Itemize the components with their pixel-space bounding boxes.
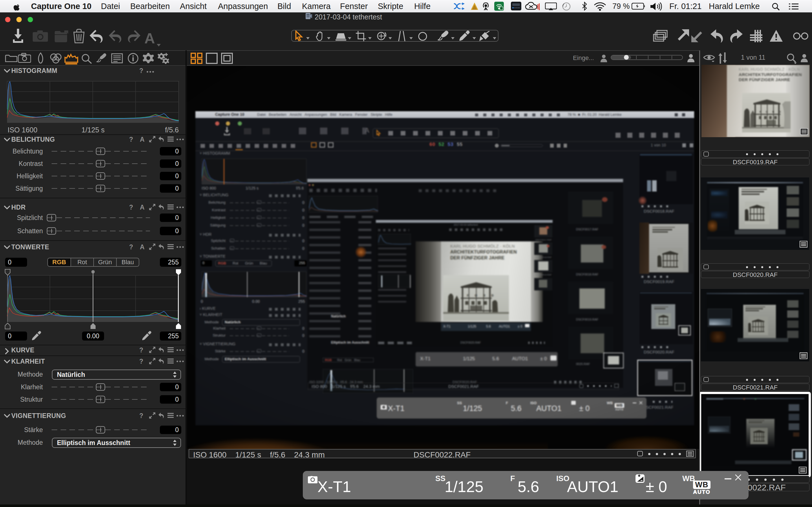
svg-text:F O R D: F O R D <box>760 110 783 113</box>
